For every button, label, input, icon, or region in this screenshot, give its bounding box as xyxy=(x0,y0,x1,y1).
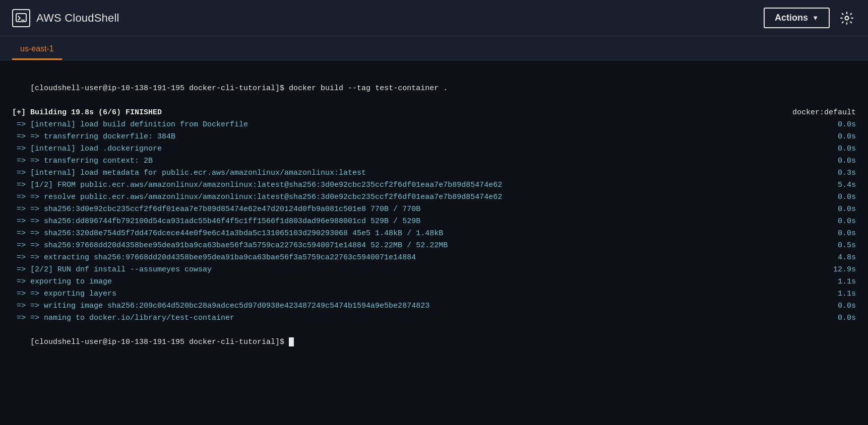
terminal-line-1: [cloudshell-user@ip-10-138-191-195 docke… xyxy=(12,70,856,107)
actions-button[interactable]: Actions ▼ xyxy=(764,8,830,28)
terminal-line-9: => => resolve public.ecr.aws/amazonlinux… xyxy=(12,191,856,203)
terminal-line-19: => => naming to docker.io/library/test-c… xyxy=(12,312,856,324)
terminal-line-5: => [internal] load .dockerignore 0.0s xyxy=(12,143,856,155)
svg-point-2 xyxy=(845,16,849,20)
terminal-line-6: => => transferring context: 2B 0.0s xyxy=(12,155,856,167)
header-right: Actions ▼ xyxy=(764,8,856,28)
app-title: AWS CloudShell xyxy=(36,12,119,25)
terminal-line-3: => [internal] load build definition from… xyxy=(12,119,856,131)
terminal-line-8: => [1/2] FROM public.ecr.aws/amazonlinux… xyxy=(12,179,856,191)
terminal-line-17: => => exporting layers 1.1s xyxy=(12,288,856,300)
terminal-line-7: => [internal] load metadata for public.e… xyxy=(12,167,856,179)
actions-label: Actions xyxy=(775,13,808,23)
cloudshell-icon xyxy=(12,9,30,27)
terminal-line-16: => exporting to image 1.1s xyxy=(12,276,856,288)
tab-bar: us-east-1 xyxy=(0,36,868,60)
terminal-line-12: => => sha256:320d8e754d5f7dd476dcece44e0… xyxy=(12,228,856,240)
terminal-line-20: [cloudshell-user@ip-10-138-191-195 docke… xyxy=(12,324,856,361)
terminal-line-2: [+] Building 19.8s (6/6) FINISHED docker… xyxy=(12,107,856,119)
terminal-line-14: => => extracting sha256:97668dd20d4358be… xyxy=(12,252,856,264)
terminal-line-13: => => sha256:97668dd20d4358bee95dea91ba9… xyxy=(12,240,856,252)
terminal-line-4: => => transferring dockerfile: 384B 0.0s xyxy=(12,131,856,143)
actions-chevron-icon: ▼ xyxy=(812,14,819,22)
terminal[interactable]: [cloudshell-user@ip-10-138-191-195 docke… xyxy=(0,60,868,425)
terminal-line-10: => => sha256:3d0e92cbc235ccf2f6df01eaa7e… xyxy=(12,203,856,216)
tab-us-east-1[interactable]: us-east-1 xyxy=(12,40,62,60)
header-left: AWS CloudShell xyxy=(12,9,119,27)
cursor xyxy=(289,337,294,346)
terminal-line-15: => [2/2] RUN dnf install --assumeyes cow… xyxy=(12,264,856,276)
header: AWS CloudShell Actions ▼ xyxy=(0,0,868,36)
svg-rect-0 xyxy=(16,14,26,22)
settings-button[interactable] xyxy=(838,9,856,27)
terminal-line-11: => => sha256:dd896744fb792100d54ca931adc… xyxy=(12,216,856,228)
terminal-line-18: => => writing image sha256:209c064d520bc… xyxy=(12,300,856,312)
